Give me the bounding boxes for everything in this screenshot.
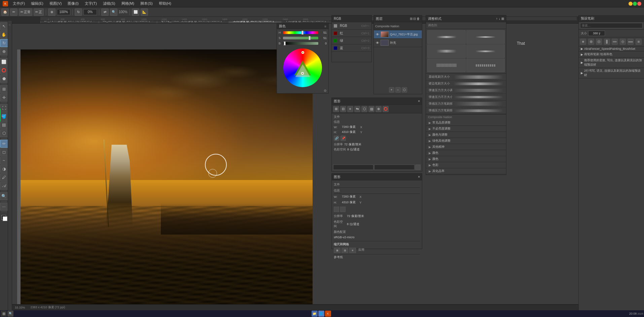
adj-item-7[interactable]: ▶ 色彩 — [426, 162, 506, 168]
menu-help[interactable]: 帮助(H) — [156, 0, 174, 7]
brush-dot-7[interactable] — [636, 39, 642, 45]
bp-link-2[interactable] — [340, 207, 346, 212]
tool-more[interactable]: ··· — [0, 203, 8, 211]
saturation-slider[interactable] — [283, 37, 318, 39]
brush-item-4[interactable]: 弹感压力方笔刷线条 — [426, 101, 506, 107]
menu-image[interactable]: 图像(I) — [65, 0, 81, 7]
rotate-input[interactable] — [83, 9, 97, 15]
brush-search-input[interactable] — [580, 23, 643, 28]
mirror-btn[interactable]: ⇄ — [101, 8, 109, 16]
brightness-slider[interactable] — [283, 42, 318, 45]
tool-transform[interactable]: ⊞ — [0, 85, 8, 93]
tool-magnifier[interactable]: 🔍 — [0, 192, 8, 200]
color-settings-icon[interactable]: ⚙ — [324, 89, 327, 93]
color-wheel[interactable] — [283, 48, 322, 87]
tool-brush[interactable]: ✏ — [0, 140, 8, 148]
brush-tool-btn[interactable]: ✏ — [10, 8, 17, 16]
start-button[interactable]: ⊞ — [1, 311, 7, 317]
add-layer-btn[interactable]: + — [389, 87, 394, 93]
tool-move[interactable]: ✛ — [0, 94, 8, 102]
tool-rect-select[interactable]: ⬜ — [0, 58, 8, 66]
zoom-in[interactable]: ⊕ — [48, 8, 56, 16]
adj-item-5[interactable]: ▶ 颜色 — [426, 150, 506, 156]
tool-eraser[interactable]: ◻ — [0, 148, 8, 156]
brush-item-3[interactable]: 弹速压力不方大小调整 — [426, 94, 506, 101]
layer-icon-3[interactable]: 🗑 — [417, 17, 420, 21]
foreground-color[interactable] — [1, 214, 7, 221]
brush-dot-5[interactable] — [620, 39, 626, 45]
brush-cat-0[interactable]: ▶ AkraFencer_SpeedPainting_BrushSet — [579, 46, 644, 51]
adj-item-8[interactable]: ▶ 其化品率 — [426, 168, 506, 174]
brush-dot-3[interactable] — [604, 39, 610, 45]
tool-fill[interactable]: 🪣 — [0, 112, 8, 120]
tool-pen[interactable]: 🖊 — [0, 173, 8, 181]
color-panel-header[interactable]: 颜色 ≡ — [277, 23, 328, 29]
adj-item-9[interactable]: ▶ 颜色 — [426, 174, 506, 175]
scale-apply-btn[interactable]: 应用 — [358, 248, 364, 253]
layer-item-1[interactable]: 👁 补充 — [374, 39, 422, 47]
reference-btn[interactable]: 📐 — [141, 8, 148, 16]
close-button[interactable] — [637, 2, 641, 6]
channel-rgb[interactable]: RGB Ctrl+~ — [332, 22, 371, 30]
bottom-panel-close[interactable]: × — [418, 175, 420, 179]
adj-item-2[interactable]: ▶ 颜色与调整 — [426, 132, 506, 138]
action-btn-8[interactable]: ⭕ — [383, 106, 389, 112]
tool-gradient[interactable]: ▤ — [0, 121, 8, 129]
action-btn-1[interactable]: ⊞ — [333, 106, 339, 112]
tools-panel-close[interactable]: × — [418, 99, 420, 103]
adj-item-3[interactable]: ▶ 绿色其他调整 — [426, 138, 506, 144]
brush-item-1[interactable]: 硬边笔刷方大小 — [426, 80, 506, 87]
channel-blue[interactable]: 蓝 Ctrl+3 — [332, 44, 371, 52]
action-btn-7[interactable]: ⊕ — [375, 106, 382, 112]
action-btn-3[interactable]: ≡ — [347, 106, 353, 112]
brush-preview-5[interactable] — [466, 59, 505, 72]
channel-red[interactable]: 红 Ctrl+1 — [332, 30, 371, 37]
tool-dodge[interactable]: ◑ — [0, 165, 8, 173]
zoom-input[interactable] — [57, 9, 70, 15]
brush-dot-2[interactable] — [596, 39, 602, 45]
tool-icon-btn[interactable] — [415, 165, 421, 170]
taskbar-browser[interactable]: 🌐 — [318, 311, 324, 317]
adj-item-6[interactable]: ▶ 颜色 — [426, 156, 506, 162]
bp-link-1[interactable] — [334, 207, 339, 212]
menu-grid[interactable]: 网格(M) — [119, 0, 137, 7]
delete-layer-btn[interactable]: − — [395, 87, 401, 93]
brush-dot-1[interactable] — [588, 39, 594, 45]
brush-item-0[interactable]: 基础笔刷方大小 — [426, 74, 506, 80]
taskbar-file-manager[interactable]: 📁 — [312, 311, 318, 317]
link-icon-1[interactable]: 🔗 — [334, 136, 339, 141]
action-btn-4[interactable]: ⇆ — [354, 106, 360, 112]
layer-item-0[interactable]: 👁 QAU_7921+半活.jpg — [374, 30, 422, 39]
layer-icon-2[interactable]: ⊟ — [413, 17, 416, 21]
menu-file[interactable]: 文件(F) — [10, 0, 28, 7]
taskbar-search[interactable]: 🔍 — [7, 311, 13, 317]
layer-icon-1[interactable]: ⊞ — [410, 17, 413, 21]
canvas-area[interactable] — [17, 26, 313, 310]
adj-icon-3[interactable]: ⊞ — [501, 17, 504, 21]
tool-pointer[interactable]: ↖ — [0, 22, 8, 30]
tool-poly-select[interactable]: ⬟ — [0, 75, 8, 83]
home-button[interactable]: 🏠 — [1, 8, 9, 16]
tool-crop[interactable]: ⛶ — [0, 104, 8, 112]
rotate-btn[interactable]: ↻ — [75, 8, 82, 16]
adj-item-1[interactable]: ▶ 不必亮度调整 — [426, 126, 506, 132]
adj-item-4[interactable]: ▶ 其他精神 — [426, 144, 506, 150]
action-btn-2[interactable]: ⊟ — [340, 106, 346, 112]
tool-rotate[interactable]: ↻ — [0, 39, 8, 47]
softproof-btn[interactable]: 🔍 — [110, 8, 117, 16]
link-icon-2[interactable]: 📌 — [341, 136, 346, 141]
brush-preview-2[interactable] — [427, 44, 466, 58]
maximize-button[interactable] — [633, 2, 637, 6]
brush-cat-2[interactable]: ▶ 推荐使用的变效, 写出, 连接以及刷克以的加端预设材 — [579, 58, 644, 68]
brush-item-5[interactable]: 弹感压力方笔刷线条大小调整 — [426, 107, 506, 114]
brush-dot-0[interactable] — [580, 39, 586, 45]
tool-text-input[interactable] — [333, 165, 373, 170]
menu-text[interactable]: 文字(T) — [82, 0, 100, 7]
tool-zoom[interactable]: ⊕ — [0, 47, 8, 56]
canvas-image[interactable] — [21, 49, 313, 310]
brush-item-2[interactable]: 弹速压力方大小调整 — [426, 87, 506, 94]
menu-script[interactable]: 脚本(S) — [138, 0, 155, 7]
tool-patch[interactable]: ⬡ — [0, 129, 8, 137]
menu-view[interactable]: 视图(V) — [47, 0, 65, 7]
brush-size-input[interactable] — [588, 31, 605, 36]
